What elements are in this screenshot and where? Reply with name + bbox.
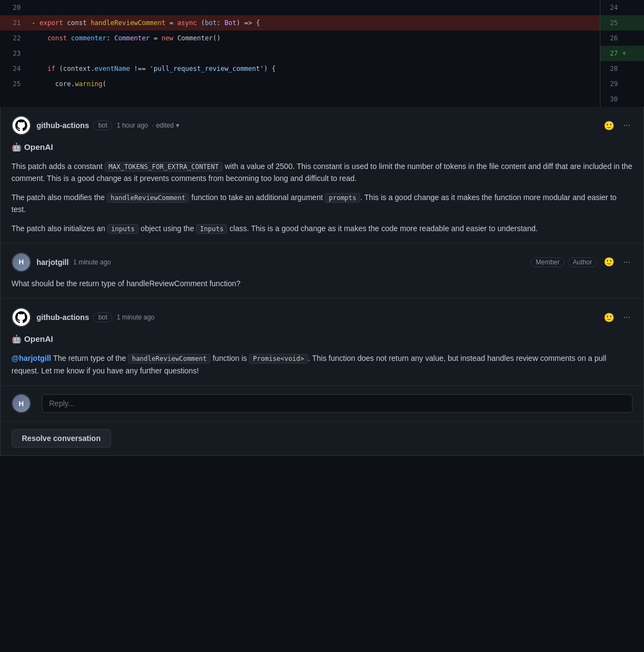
comment-time: 1 minute ago: [73, 258, 111, 266]
bot-badge: bot: [93, 312, 112, 322]
right-line-number: 27: [600, 50, 622, 57]
comment-3: github-actions bot 1 minute ago 🙂 ··· 🤖 …: [1, 299, 643, 386]
right-line-29: 29: [600, 76, 644, 92]
comment-thread: github-actions bot 1 hour ago · edited ▾…: [0, 107, 644, 456]
comment-2-header: H harjotgill 1 minute ago Member Author …: [11, 252, 633, 272]
line-content: const commenter: Commenter = new Comment…: [27, 34, 600, 42]
comment-time: 1 hour ago: [117, 122, 148, 129]
plus-icon: +: [622, 50, 629, 57]
emoji-reaction-button[interactable]: 🙂: [602, 119, 617, 132]
member-badge: Member: [531, 257, 564, 267]
openai-header: 🤖 OpenAI: [11, 333, 633, 346]
comment-2-body: What should be the return type of handle…: [11, 277, 633, 289]
code-right-panel: 24 25 26 27 + 28 29 30: [600, 0, 644, 107]
right-line-28: 28: [600, 61, 644, 76]
comment-1: github-actions bot 1 hour ago · edited ▾…: [1, 107, 643, 244]
right-line-number: 30: [600, 95, 622, 103]
right-line-number: 26: [600, 34, 622, 42]
reply-section: H: [1, 386, 643, 421]
comment-2-meta: harjotgill 1 minute ago: [37, 258, 531, 267]
comment-paragraph-1: What should be the return type of handle…: [11, 277, 633, 289]
line-number: 22: [0, 34, 27, 42]
comment-1-header: github-actions bot 1 hour ago · edited ▾…: [11, 116, 633, 135]
code-line-22: 22 const commenter: Commenter = new Comm…: [0, 31, 600, 46]
right-line-25: 25: [600, 15, 644, 31]
line-number: 25: [0, 80, 27, 88]
code-left-panel: 20 21 - export const handleReviewComment…: [0, 0, 600, 107]
comment-2: H harjotgill 1 minute ago Member Author …: [1, 244, 643, 299]
right-line-26: 26: [600, 31, 644, 46]
right-line-number: 29: [600, 80, 622, 88]
emoji-reaction-button[interactable]: 🙂: [602, 311, 617, 324]
comment-paragraph-1: This patch adds a constant MAX_TOKENS_FO…: [11, 160, 633, 185]
comment-edited: · edited ▾: [153, 122, 179, 129]
line-number: 21: [0, 19, 27, 27]
right-line-number: 25: [600, 19, 622, 27]
code-line-24: 24 if (context.eventName !== 'pull_reque…: [0, 61, 600, 76]
right-line-30: 30: [600, 92, 644, 107]
right-line-number: 28: [600, 65, 622, 73]
code-line-21-deleted: 21 - export const handleReviewComment = …: [0, 15, 600, 31]
comment-2-actions: Member Author 🙂 ···: [531, 256, 633, 268]
code-line-20: 20: [0, 0, 600, 15]
author-badges: Member Author: [531, 257, 597, 267]
bot-badge: bot: [93, 120, 112, 130]
more-options-button[interactable]: ···: [621, 256, 633, 268]
comment-1-body: 🤖 OpenAI This patch adds a constant MAX_…: [11, 141, 633, 234]
chevron-down-icon[interactable]: ▾: [176, 122, 179, 129]
comment-author: harjotgill: [37, 258, 69, 267]
comment-paragraph-3: The patch also initializes an inputs obj…: [11, 222, 633, 234]
comment-paragraph-2: The patch also modifies the handleReview…: [11, 191, 633, 216]
author-badge: Author: [568, 257, 597, 267]
code-line-23: 23: [0, 46, 600, 61]
comment-time: 1 minute ago: [117, 313, 154, 321]
openai-header: 🤖 OpenAI: [11, 141, 633, 154]
line-content: if (context.eventName !== 'pull_request_…: [27, 65, 600, 73]
comment-3-header: github-actions bot 1 minute ago 🙂 ···: [11, 307, 633, 327]
line-content: - export const handleReviewComment = asy…: [27, 19, 600, 27]
comment-author: github-actions: [37, 121, 89, 130]
reply-input[interactable]: [42, 394, 633, 413]
comment-1-actions: 🙂 ···: [602, 119, 633, 132]
line-content: core.warning(: [27, 80, 600, 88]
code-line-25: 25 core.warning(: [0, 76, 600, 92]
comment-3-body: 🤖 OpenAI @harjotgill The return type of …: [11, 333, 633, 377]
right-line-number: 24: [600, 4, 622, 11]
emoji-reaction-button[interactable]: 🙂: [602, 256, 617, 268]
comment-1-meta: github-actions bot 1 hour ago · edited ▾: [37, 120, 602, 130]
resolve-conversation-button[interactable]: Resolve conversation: [11, 429, 111, 448]
comment-3-meta: github-actions bot 1 minute ago: [37, 312, 602, 322]
comment-author: github-actions: [37, 313, 89, 322]
avatar: [11, 307, 31, 327]
mention: @harjotgill: [11, 354, 51, 363]
line-number: 23: [0, 50, 27, 57]
right-line-24: 24: [600, 0, 644, 15]
resolve-section: Resolve conversation: [1, 421, 643, 455]
comment-3-actions: 🙂 ···: [602, 311, 633, 324]
more-options-button[interactable]: ···: [621, 311, 633, 323]
line-number: 20: [0, 4, 27, 11]
line-number: 24: [0, 65, 27, 73]
avatar: H: [11, 252, 31, 272]
right-line-27: 27 +: [600, 46, 644, 61]
code-diff-section: 20 21 - export const handleReviewComment…: [0, 0, 644, 107]
avatar: [11, 116, 31, 135]
comment-paragraph-1: @harjotgill The return type of the handl…: [11, 352, 633, 377]
reply-avatar: H: [11, 394, 31, 413]
more-options-button[interactable]: ···: [621, 119, 633, 131]
